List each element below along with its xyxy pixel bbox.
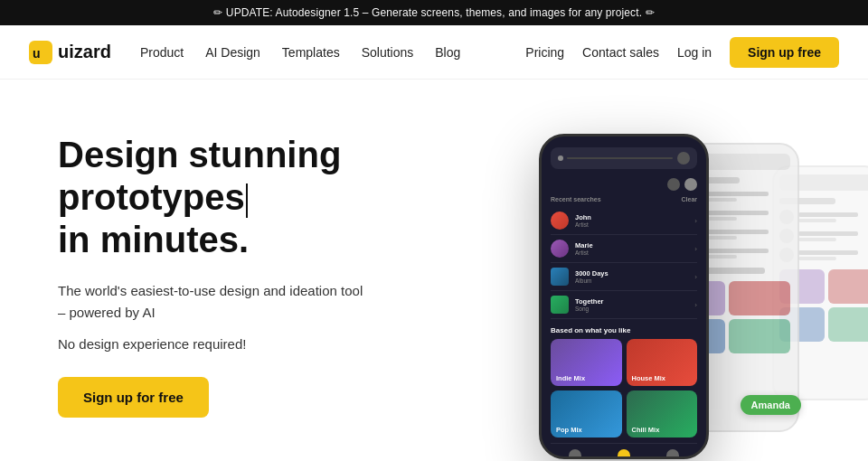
- announcement-banner: ✏ UPDATE: Autodesigner 1.5 – Generate sc…: [0, 0, 868, 25]
- phone-bottom-nav: [551, 443, 697, 459]
- text-cursor: [246, 183, 248, 218]
- based-on-label: Based on what you like: [551, 326, 697, 334]
- mix-card-house: House Mix: [627, 339, 698, 386]
- hero-signup-button[interactable]: Sign up for free: [58, 377, 209, 418]
- nav-left: Product AI Design Templates Solutions Bl…: [140, 45, 525, 60]
- mix-card-indie: Indie Mix: [551, 339, 622, 386]
- nav-ai-design[interactable]: AI Design: [205, 45, 260, 60]
- banner-text: ✏ UPDATE: Autodesigner 1.5 – Generate sc…: [213, 6, 654, 19]
- phone-search-bar: [551, 147, 697, 169]
- nav-search-icon: [618, 449, 630, 459]
- nav-contact-sales[interactable]: Contact sales: [582, 45, 659, 60]
- phone-icons-row: [551, 178, 697, 191]
- cursor-tooltip-amanda: Amanda: [741, 395, 801, 415]
- nav-blog[interactable]: Blog: [435, 45, 460, 60]
- nav-login[interactable]: Log in: [677, 45, 712, 60]
- navbar: u uizard Product AI Design Templates Sol…: [0, 25, 868, 80]
- nav-templates[interactable]: Templates: [282, 45, 340, 60]
- avatar-marie: [551, 240, 569, 258]
- recent-searches-label: Recent searches Clear: [551, 196, 697, 202]
- avatar-together: [551, 296, 569, 314]
- hero-description-2: No design experience required!: [58, 336, 438, 352]
- hero-title: Design stunning prototypes in minutes.: [58, 134, 438, 262]
- svg-text:u: u: [33, 46, 41, 61]
- mix-grid: Indie Mix House Mix Pop Mix Chill Mix: [551, 339, 697, 437]
- nav-pricing[interactable]: Pricing: [525, 45, 564, 60]
- nav-home-icon: [569, 449, 581, 459]
- logo[interactable]: u uizard: [29, 41, 111, 64]
- recent-item-marie: Marie Artist ›: [551, 235, 697, 263]
- hero-description: The world's easiest-to-use design and id…: [58, 280, 365, 324]
- search-icon: [558, 155, 563, 161]
- nav-product[interactable]: Product: [140, 45, 184, 60]
- uizard-logo-icon: u: [29, 41, 52, 64]
- mix-card-chill: Chill Mix: [627, 390, 698, 437]
- nav-solutions[interactable]: Solutions: [362, 45, 414, 60]
- avatar-3000days: [551, 268, 569, 286]
- nav-right: Pricing Contact sales Log in Sign up fre…: [525, 37, 839, 68]
- hero-right: Recent searches Clear John Artist › Mari…: [438, 116, 810, 461]
- recent-item-together: Together Song ›: [551, 291, 697, 319]
- avatar-john: [551, 212, 569, 230]
- mix-card-pop: Pop Mix: [551, 390, 622, 437]
- nav-signup-button[interactable]: Sign up free: [730, 37, 839, 68]
- logo-text: uizard: [58, 42, 111, 62]
- nav-library-icon: [666, 449, 679, 459]
- hero-section: Design stunning prototypes in minutes. T…: [0, 80, 868, 461]
- phone-avatar: [677, 152, 690, 165]
- recent-item-john: John Artist ›: [551, 207, 697, 235]
- phone-mockup: Recent searches Clear John Artist › Mari…: [539, 134, 709, 459]
- recent-item-3000days: 3000 Days Album ›: [551, 263, 697, 291]
- hero-left: Design stunning prototypes in minutes. T…: [58, 116, 438, 418]
